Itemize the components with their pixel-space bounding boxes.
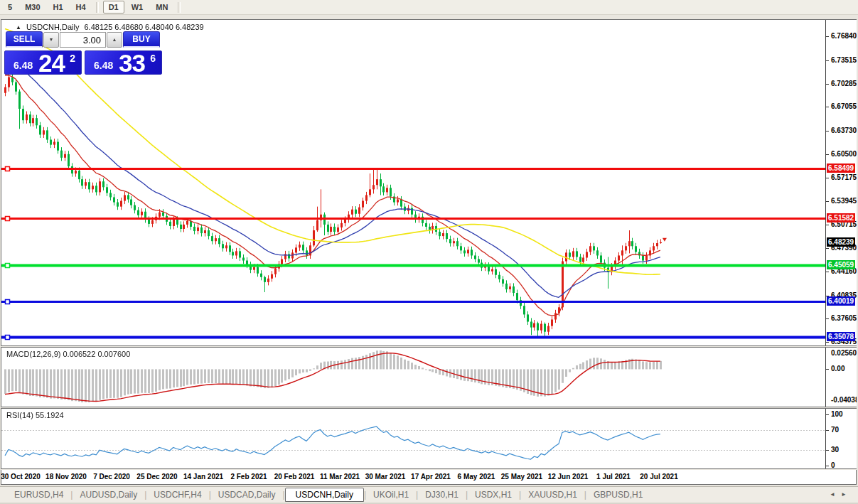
tab-xauusd-h1[interactable]: XAUUSD,H1 (521, 488, 584, 501)
buy-price-box[interactable]: 6.48 33 6 (85, 50, 162, 75)
price-tick-label: 6.76840 (831, 32, 857, 40)
date-label: 30 Oct 2020 (1, 473, 41, 481)
toolbar-item-h1[interactable]: H1 (48, 1, 69, 14)
price-tick (826, 131, 829, 132)
price-tick (826, 60, 829, 61)
tab-dj30-h1[interactable]: DJ30,H1 (418, 488, 466, 501)
tab-usdchf-h4[interactable]: USDCHF,H4 (146, 488, 208, 501)
rsi-axis-label: 30 (831, 446, 839, 454)
buy-price-pips: 33 (119, 49, 145, 77)
price-tick (826, 178, 829, 178)
price-tick-label: 6.60500 (831, 150, 857, 158)
rsi-axis-label: 0 (831, 461, 835, 468)
rsi-axis-label: 70 (831, 426, 839, 434)
price-tick (826, 248, 829, 249)
buy-price-figure: 6.48 (94, 60, 113, 71)
price-chart-panel: ▲ USDCNH,Daily 6.48125 6.48680 6.48040 6… (1, 19, 857, 346)
date-label: 2 Feb 2021 (230, 473, 267, 481)
price-tick (826, 225, 829, 225)
date-label: 25 May 2021 (501, 473, 542, 481)
price-tick (826, 84, 829, 85)
sell-price-box[interactable]: 6.48 24 2 (4, 50, 82, 75)
price-tick (826, 272, 829, 272)
tab-scroll-left-icon[interactable]: ◄ (830, 491, 835, 498)
price-line-badge: 6.51582 (827, 213, 855, 222)
date-label: 18 Nov 2020 (45, 473, 87, 481)
mt4-window: 5M30H1H4D1W1MN ▲ USDCNH,Daily 6.48125 6.… (0, 0, 858, 504)
date-label: 12 Jun 2021 (548, 473, 589, 481)
toolbar-item-h4[interactable]: H4 (70, 1, 92, 14)
price-tick-label: 6.57175 (831, 173, 857, 181)
price-tick-label: 6.67055 (831, 102, 857, 110)
tab-usdcad-daily[interactable]: USDCAD,Daily (211, 488, 283, 501)
sell-button[interactable]: SELL (6, 31, 43, 48)
date-label: 6 May 2021 (458, 473, 495, 481)
price-line-badge: 6.45059 (827, 260, 855, 269)
rsi-axis-label: 100 (831, 410, 843, 418)
price-line-badge: 6.48239 (827, 237, 855, 247)
macd-tick (826, 369, 829, 370)
tab-audusd-daily[interactable]: AUDUSD,Daily (73, 488, 144, 501)
rsi-axis: 10070300 (825, 409, 857, 468)
toolbar-item-5[interactable]: 5 (2, 1, 18, 14)
chart-symbol-label: USDCNH,Daily (26, 23, 80, 31)
price-tick-label: 6.73515 (831, 56, 857, 64)
date-label: 1 Jul 2021 (596, 473, 631, 481)
price-tick (826, 318, 829, 319)
date-label: 14 Jan 2021 (183, 473, 223, 481)
rsi-canvas[interactable] (1, 409, 826, 468)
macd-axis-label: -0.04038 (831, 396, 857, 404)
price-line-badge: 6.40019 (827, 296, 855, 306)
sell-price-point: 2 (70, 53, 75, 64)
toolbar-separator (178, 2, 181, 13)
tab-scroll-right-icon[interactable]: ► (841, 491, 847, 498)
one-click-trade-panel: SELL ▼ ▲ BUY 6.48 24 2 6.48 33 6 (4, 31, 165, 75)
tab-gbpusd-h1[interactable]: GBPUSD,H1 (586, 488, 650, 501)
tab-usdx-h1[interactable]: USDX,H1 (468, 488, 519, 501)
rsi-tick (826, 466, 829, 466)
price-tick (826, 342, 829, 343)
chart-ohlc-values: 6.48125 6.48680 6.48040 6.48239 (84, 23, 203, 31)
toolbar-item-mn[interactable]: MN (150, 1, 173, 14)
tab-usdcnh-daily[interactable]: USDCNH,Daily (285, 488, 364, 502)
price-tick (826, 107, 829, 107)
sell-price-figure: 6.48 (14, 60, 33, 71)
one-click-panel-toggle-icon[interactable]: ▲ (16, 24, 21, 31)
toolbar-item-w1[interactable]: W1 (126, 1, 149, 14)
toolbar-separator (96, 2, 99, 13)
price-axis: 6.768406.735156.702856.670556.637306.605… (825, 20, 857, 345)
price-line-badge: 6.58499 (827, 163, 855, 173)
rsi-panel: RSI(14) 55.1924 10070300 (1, 408, 857, 469)
rsi-tick (826, 450, 829, 451)
symbol-tabbar: EURUSD,H4|AUDUSD,Daily|USDCHF,H4|USDCAD,… (0, 486, 858, 503)
volume-decrease-button[interactable]: ▼ (43, 32, 59, 48)
volume-increase-button[interactable]: ▲ (107, 32, 122, 48)
toolbar-item-m30[interactable]: M30 (19, 1, 45, 14)
toolbar-item-d1[interactable]: D1 (103, 1, 124, 14)
price-line-badge: 6.35078 (827, 332, 855, 341)
sell-price-pips: 24 (38, 49, 65, 77)
macd-axis-label: 0.00 (831, 365, 844, 372)
tab-eurusd-h4[interactable]: EURUSD,H4 (7, 488, 70, 501)
macd-axis-label: 0.025609 (831, 349, 857, 357)
rsi-label: RSI(14) 55.1924 (6, 411, 64, 419)
buy-button[interactable]: BUY (123, 31, 160, 48)
macd-panel: MACD(12,26,9) 0.006522 0.007600 0.025609… (1, 347, 857, 407)
timeframe-toolbar: 5M30H1H4D1W1MN (0, 0, 858, 15)
macd-label: MACD(12,26,9) 0.006522 0.007600 (6, 350, 130, 358)
price-tick-label: 6.63730 (831, 127, 857, 134)
rsi-tick (826, 430, 829, 431)
date-label: 17 Apr 2021 (411, 473, 451, 481)
price-tick-label: 6.53945 (831, 197, 857, 205)
volume-input[interactable] (60, 32, 106, 48)
macd-axis: 0.0256090.00-0.04038 (825, 348, 857, 407)
date-label: 11 Mar 2021 (320, 473, 360, 481)
price-tick-label: 6.37605 (831, 314, 857, 322)
date-label: 30 Mar 2021 (365, 473, 406, 481)
price-tick (826, 154, 829, 155)
chart-title: ▲ USDCNH,Daily 6.48125 6.48680 6.48040 6… (16, 23, 204, 31)
price-tick (826, 36, 829, 37)
buy-price-point: 6 (150, 53, 156, 64)
date-axis: 30 Oct 202018 Nov 20207 Dec 202025 Dec 2… (1, 470, 857, 485)
tab-ukoil-h1[interactable]: UKOil,H1 (366, 488, 416, 501)
